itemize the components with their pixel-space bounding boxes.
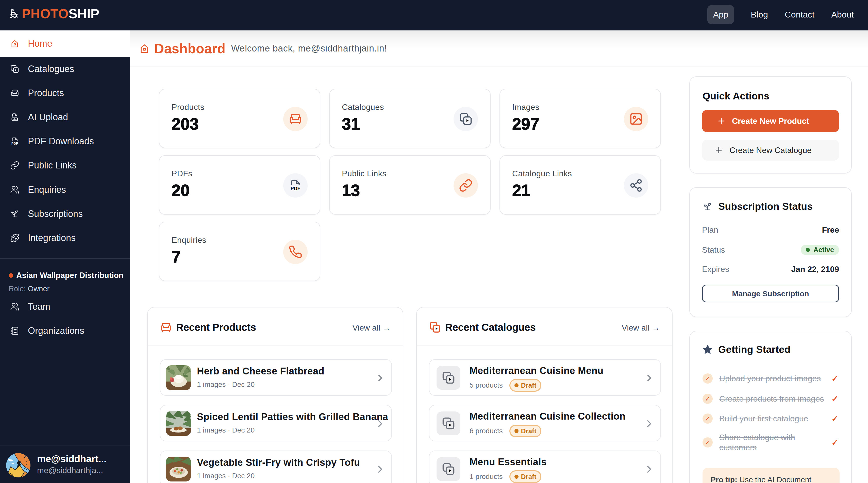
svg-text:PDF: PDF <box>11 141 18 146</box>
svg-text:PDF: PDF <box>290 186 301 191</box>
